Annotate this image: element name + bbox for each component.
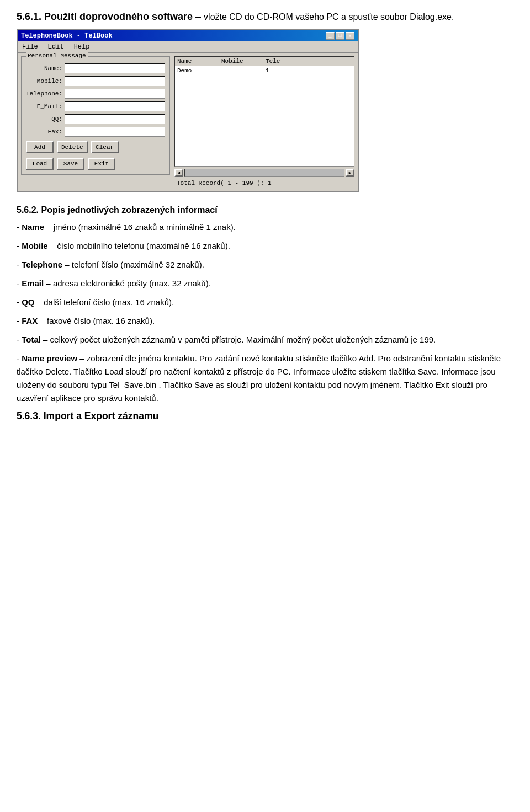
load-button[interactable]: Load <box>26 158 54 170</box>
qq-input[interactable] <box>65 114 165 124</box>
item-fax: - FAX – faxové číslo (max. 16 znaků). <box>17 314 513 328</box>
group-legend: Personal Message <box>26 52 88 59</box>
section-561-heading: 5.6.1. Použití doprovodného software <box>17 11 195 22</box>
section-561-intro: – <box>195 11 204 22</box>
fax-label: Fax: <box>26 129 65 135</box>
minimize-button[interactable]: _ <box>326 32 335 40</box>
scrollbar-row: ◄ ► <box>174 169 354 177</box>
col-tele: Tele <box>263 57 296 66</box>
mobile-input[interactable] <box>65 76 165 86</box>
save-button[interactable]: Save <box>57 158 84 170</box>
left-panel: Personal Message Name: Mobile: Telephone… <box>21 56 170 188</box>
window-menubar: File Edit Help <box>18 41 358 53</box>
right-panel: Name Mobile Tele Demo 1 ◄ ► <box>174 56 354 188</box>
col-name: Name <box>175 57 219 66</box>
scroll-track[interactable] <box>184 169 344 177</box>
mobile-field-row: Mobile: <box>26 76 165 86</box>
section-562-heading: 5.6.2. Popis jednotlivých zobrazených in… <box>17 203 513 217</box>
email-label: E_Mail: <box>26 103 65 110</box>
name-field-row: Name: <box>26 63 165 73</box>
window-title: TelephoneBook - TelBook <box>21 32 113 40</box>
item-qq: - QQ – další telefoní číslo (max. 16 zna… <box>17 296 513 309</box>
delete-button[interactable]: Delete <box>57 141 88 153</box>
telephone-input[interactable] <box>65 89 165 99</box>
email-field-row: E_Mail: <box>26 101 165 111</box>
item-total: - Total – celkový počet uložených záznam… <box>17 333 513 346</box>
window-titlebar: TelephoneBook - TelBook _ □ ✕ <box>18 30 358 41</box>
buttons-row-1: Add Delete Clear <box>26 141 165 153</box>
add-button[interactable]: Add <box>26 141 54 153</box>
buttons-row-2: Load Save Exit <box>26 158 165 170</box>
email-input[interactable] <box>65 101 165 111</box>
cell-mobile <box>219 66 263 75</box>
list-view: Name Mobile Tele Demo 1 <box>174 56 354 167</box>
col-mobile: Mobile <box>219 57 263 66</box>
item-email: - Email – adresa elektronické pošty (max… <box>17 277 513 290</box>
status-text: Total Record( 1 - 199 ): 1 <box>177 180 272 186</box>
restore-button[interactable]: □ <box>336 32 344 40</box>
list-header: Name Mobile Tele <box>175 57 354 66</box>
personal-message-group: Personal Message Name: Mobile: Telephone… <box>21 56 170 175</box>
window-body: Personal Message Name: Mobile: Telephone… <box>18 53 358 191</box>
status-bar: Total Record( 1 - 199 ): 1 <box>174 179 354 188</box>
app-window-wrapper: TelephoneBook - TelBook _ □ ✕ File Edit … <box>17 29 513 192</box>
menu-help[interactable]: Help <box>72 42 92 51</box>
name-input[interactable] <box>65 63 165 73</box>
section-563-heading: 5.6.3. Import a Export záznamu <box>17 410 513 422</box>
cell-tele: 1 <box>263 66 296 75</box>
cell-name: Demo <box>175 66 219 75</box>
item-mobile: - Mobile – číslo mobilního telefonu (max… <box>17 239 513 253</box>
scroll-left-button[interactable]: ◄ <box>174 169 183 177</box>
mobile-label: Mobile: <box>26 78 65 84</box>
item-telephone: - Telephone – telefoní číslo (maximálně … <box>17 258 513 271</box>
name-label: Name: <box>26 65 65 72</box>
telephone-field-row: Telephone: <box>26 89 165 99</box>
menu-edit[interactable]: Edit <box>46 42 66 51</box>
app-window: TelephoneBook - TelBook _ □ ✕ File Edit … <box>17 29 359 192</box>
window-controls: _ □ ✕ <box>326 32 354 40</box>
menu-file[interactable]: File <box>20 42 40 51</box>
item-name-preview: - Name preview – zobrazení dle jména kon… <box>17 352 513 405</box>
section-562-content: 5.6.2. Popis jednotlivých zobrazených in… <box>17 203 513 405</box>
item-name: - Name – jméno (maximálně 16 znaků a min… <box>17 221 513 234</box>
section-563-wrapper: 5.6.3. Import a Export záznamu <box>17 410 513 422</box>
table-row[interactable]: Demo 1 <box>175 66 354 75</box>
telephone-label: Telephone: <box>26 90 65 97</box>
fax-field-row: Fax: <box>26 127 165 137</box>
exit-button[interactable]: Exit <box>88 158 115 170</box>
scroll-right-button[interactable]: ► <box>346 169 354 177</box>
clear-button[interactable]: Clear <box>91 141 119 153</box>
qq-field-row: QQ: <box>26 114 165 124</box>
close-button[interactable]: ✕ <box>346 32 354 40</box>
fax-input[interactable] <box>65 127 165 137</box>
section-561-body: vložte CD do CD-ROM vašeho PC a spusťte … <box>204 12 454 22</box>
qq-label: QQ: <box>26 116 65 122</box>
